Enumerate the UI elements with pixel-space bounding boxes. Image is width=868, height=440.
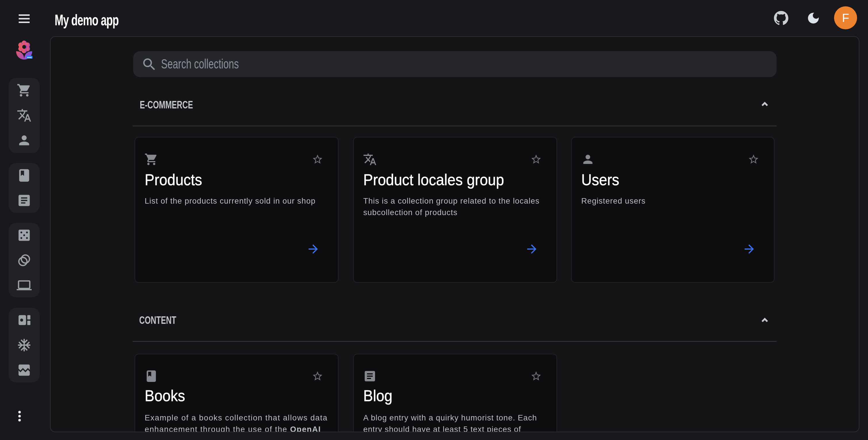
svg-text:DEMO: DEMO — [27, 57, 32, 58]
